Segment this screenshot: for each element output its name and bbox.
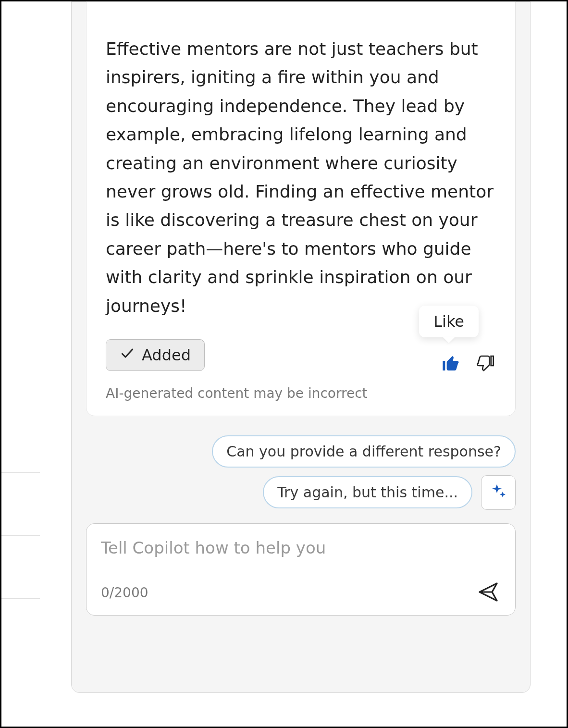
thumbs-down-icon[interactable] <box>475 353 496 374</box>
copilot-panel: Effective mentors are not just teachers … <box>71 1 531 693</box>
suggestion-different-response[interactable]: Can you provide a different response? <box>212 435 516 468</box>
thumbs-up-icon[interactable] <box>440 353 461 374</box>
suggestion-chips: Can you provide a different response? Tr… <box>86 435 516 510</box>
copilot-input-card[interactable]: Tell Copilot how to help you 0/2000 <box>86 523 516 616</box>
send-button[interactable] <box>476 580 501 605</box>
ai-response-text: Effective mentors are not just teachers … <box>106 16 496 320</box>
added-button[interactable]: Added <box>106 339 205 371</box>
ai-disclaimer: AI-generated content may be incorrect <box>106 385 496 401</box>
char-counter: 0/2000 <box>101 585 148 601</box>
input-footer: 0/2000 <box>101 580 501 605</box>
added-label: Added <box>142 346 191 364</box>
response-actions-row: Added Like <box>106 339 496 371</box>
like-tooltip: Like <box>419 306 479 337</box>
sparkle-button[interactable] <box>481 475 516 510</box>
suggestion-try-again[interactable]: Try again, but this time... <box>263 476 472 508</box>
send-icon <box>477 580 500 605</box>
copilot-input[interactable]: Tell Copilot how to help you <box>101 538 501 567</box>
like-tooltip-label: Like <box>433 312 464 331</box>
check-icon <box>120 345 135 365</box>
sidebar-divider-remnant <box>1 472 40 661</box>
ai-response-card: Effective mentors are not just teachers … <box>86 1 516 416</box>
feedback-buttons <box>440 353 496 374</box>
sparkle-icon <box>490 483 507 502</box>
